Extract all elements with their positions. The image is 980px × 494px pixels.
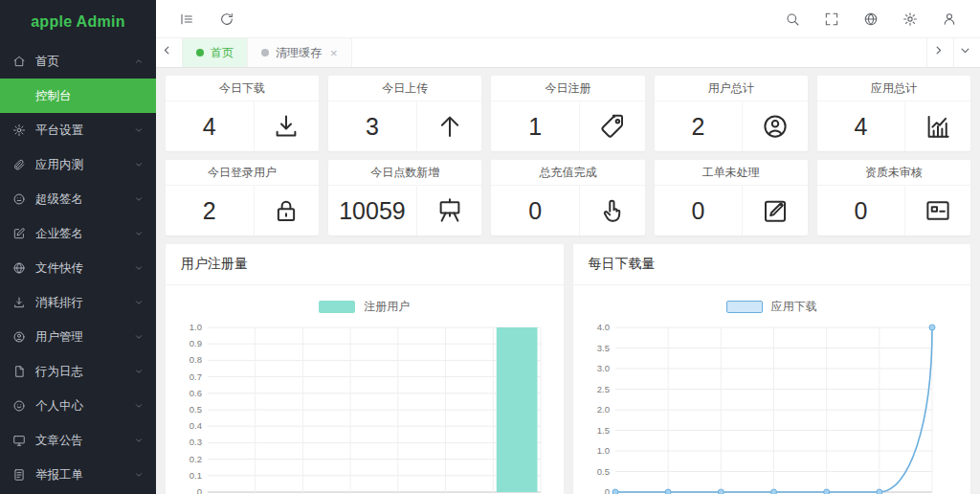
id-card-icon xyxy=(924,196,952,225)
svg-text:4.0: 4.0 xyxy=(596,322,609,332)
legend-label: 应用下载 xyxy=(771,299,817,315)
stat-card-body: 0 xyxy=(817,186,970,236)
user-icon[interactable] xyxy=(942,11,957,27)
easel-icon xyxy=(435,196,464,225)
sidebar-item[interactable]: 消耗排行 xyxy=(0,285,156,320)
sidebar-item[interactable]: 行为日志 xyxy=(0,354,156,389)
data-point-2024-02-11[interactable] xyxy=(929,325,935,330)
tab-active[interactable]: 首页 xyxy=(183,38,248,67)
data-point-2024-02-10[interactable] xyxy=(876,489,881,494)
data-point-2024-02-09[interactable] xyxy=(823,489,829,494)
svg-text:2.0: 2.0 xyxy=(596,404,609,415)
chart-panel-registrations: 用户注册量 注册用户1.00.90.80.70.60.50.40.30.20.1… xyxy=(166,244,564,494)
stat-card: 今日注册1 xyxy=(491,76,644,151)
sidebar-item[interactable]: 超级签名 xyxy=(0,182,156,216)
tabs-scroll-left-button[interactable] xyxy=(156,38,183,67)
stat-card-body: 1 xyxy=(491,101,644,151)
chevron-up-icon xyxy=(134,56,144,66)
tab-item[interactable]: 清理缓存× xyxy=(248,38,352,67)
chevron-down-icon xyxy=(134,229,144,238)
stat-card-body: 0 xyxy=(655,186,808,236)
data-point-2024-02-06[interactable] xyxy=(665,489,671,494)
stat-card-value: 4 xyxy=(817,101,906,151)
svg-text:3.5: 3.5 xyxy=(596,343,609,353)
sidebar-item-label: 应用内测 xyxy=(35,157,134,173)
tab-status-dot xyxy=(196,49,204,56)
stat-card: 应用总计4 xyxy=(817,76,970,151)
sidebar-item[interactable]: 企业签名 xyxy=(0,216,156,251)
face-icon xyxy=(12,192,26,206)
monitor-icon xyxy=(12,434,26,447)
refresh-icon[interactable] xyxy=(219,11,234,27)
svg-text:0: 0 xyxy=(604,486,609,494)
bar-chart-icon xyxy=(924,112,952,141)
chart-panel-downloads: 每日下载量 应用下载4.03.53.02.52.01.51.00.502024-… xyxy=(573,244,971,494)
globe-icon[interactable] xyxy=(863,11,879,27)
sidebar-item[interactable]: 首页 xyxy=(0,44,156,79)
chart-title: 每日下载量 xyxy=(573,244,971,285)
chevron-down-icon xyxy=(134,263,144,273)
tabs-list: 首页清理缓存× xyxy=(183,38,555,67)
data-point-2024-02-05[interactable] xyxy=(612,489,618,494)
stat-card-body: 4 xyxy=(166,101,319,151)
sidebar-item[interactable]: 平台设置 xyxy=(0,113,156,147)
svg-text:0.4: 0.4 xyxy=(189,420,202,431)
sidebar-item[interactable]: 举报工单 xyxy=(0,458,156,492)
stat-card: 今日点数新增10059 xyxy=(328,160,481,236)
stat-card-iconbox xyxy=(905,101,970,151)
stat-card-value: 0 xyxy=(491,186,580,236)
content-area: 今日下载4今日上传3今日注册1用户总计2应用总计4 今日登录用户2今日点数新增1… xyxy=(156,68,980,494)
sidebar-item-label: 超级签名 xyxy=(35,191,134,208)
stat-card-value: 2 xyxy=(655,101,744,151)
menu-fold-icon[interactable] xyxy=(179,11,194,27)
downloads-line-chart: 应用下载4.03.53.02.52.01.51.00.502024-02-052… xyxy=(573,285,971,494)
sidebar-item-label: 消耗排行 xyxy=(35,295,134,311)
search-icon[interactable] xyxy=(785,11,800,27)
sidebar-subitem[interactable]: 控制台 xyxy=(0,79,156,113)
svg-text:1.0: 1.0 xyxy=(596,445,609,456)
data-point-2024-02-08[interactable] xyxy=(770,489,776,494)
sidebar-item[interactable]: 文件快传 xyxy=(0,251,156,285)
sidebar-item[interactable]: 个人中心 xyxy=(0,389,156,423)
fullscreen-icon[interactable] xyxy=(824,11,839,27)
stat-card-iconbox xyxy=(417,186,482,236)
paperclip-icon xyxy=(12,158,26,171)
data-point-2024-02-07[interactable] xyxy=(718,489,724,494)
chart-legend[interactable]: 注册用户 xyxy=(175,297,554,316)
lock-icon xyxy=(272,196,301,225)
sidebar-item[interactable]: 用户管理 xyxy=(0,320,156,354)
app-logo: apple Admin xyxy=(0,0,156,44)
edit-square-icon xyxy=(12,227,26,240)
smile-icon xyxy=(12,399,26,413)
tab-close-icon[interactable]: × xyxy=(330,47,338,59)
stats-row-1: 今日下载4今日上传3今日注册1用户总计2应用总计4 xyxy=(166,76,970,151)
chart-legend[interactable]: 应用下载 xyxy=(583,297,962,316)
chevron-down-icon xyxy=(134,470,144,480)
tabs-scroll-right-button[interactable] xyxy=(926,38,953,67)
sidebar-item-label: 首页 xyxy=(35,54,134,70)
charts-row: 用户注册量 注册用户1.00.90.80.70.60.50.40.30.20.1… xyxy=(166,244,970,494)
sidebar: apple Admin 首页控制台平台设置应用内测超级签名企业签名文件快传消耗排… xyxy=(0,0,156,494)
bar-2024-02-11[interactable] xyxy=(497,327,538,492)
stat-card-title: 今日上传 xyxy=(328,76,481,101)
legend-label: 注册用户 xyxy=(364,299,410,315)
stat-card-iconbox xyxy=(417,101,482,151)
svg-text:2.5: 2.5 xyxy=(596,384,609,394)
sidebar-item-label: 个人中心 xyxy=(35,398,134,415)
gear-icon[interactable] xyxy=(902,11,918,27)
chevron-left-icon xyxy=(162,45,177,60)
stat-card-iconbox xyxy=(255,101,320,151)
sidebar-item[interactable]: 文章公告 xyxy=(0,423,156,458)
sidebar-menu: 首页控制台平台设置应用内测超级签名企业签名文件快传消耗排行用户管理行为日志个人中… xyxy=(0,44,156,492)
user-circle-icon xyxy=(761,112,790,141)
stat-card-title: 工单未处理 xyxy=(655,160,808,186)
stat-card: 总充值完成0 xyxy=(491,160,644,236)
svg-text:1.5: 1.5 xyxy=(596,425,609,436)
stat-card-iconbox xyxy=(255,186,320,236)
stats-row-2: 今日登录用户2今日点数新增10059总充值完成0工单未处理0资质未审核0 xyxy=(166,160,970,236)
stat-card-value: 3 xyxy=(328,101,417,151)
stat-card-body: 3 xyxy=(328,101,481,151)
stat-card-title: 总充值完成 xyxy=(491,160,644,186)
tabs-menu-button[interactable] xyxy=(953,38,980,67)
sidebar-item[interactable]: 应用内测 xyxy=(0,147,156,182)
